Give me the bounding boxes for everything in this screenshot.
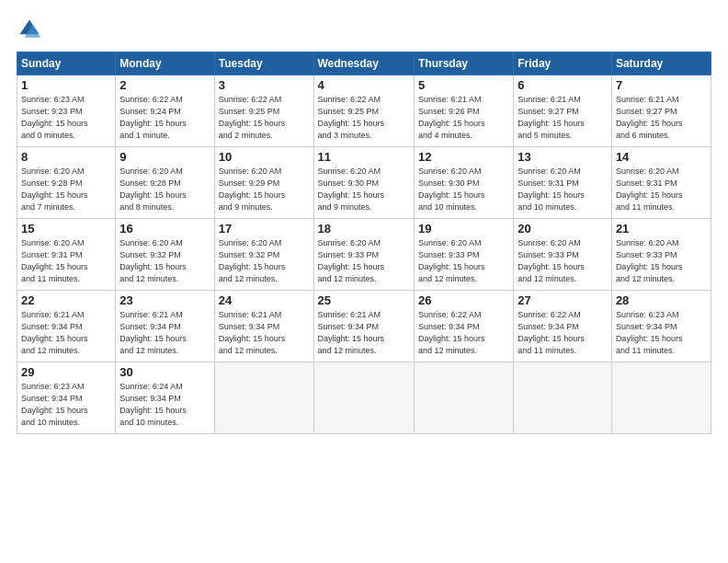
col-header-wednesday: Wednesday	[313, 52, 414, 75]
col-header-friday: Friday	[514, 52, 612, 75]
day-number: 21	[616, 222, 707, 236]
daylight-label: Daylight: 15 hours	[418, 190, 485, 200]
day-number: 12	[418, 150, 509, 164]
daylight-minutes: and 1 minute.	[119, 131, 170, 140]
daylight-minutes: and 9 minutes.	[318, 202, 372, 212]
col-header-saturday: Saturday	[611, 52, 711, 75]
sunrise-label: Sunrise: 6:22 AM	[219, 95, 282, 104]
sunset-label: Sunset: 9:34 PM	[21, 322, 83, 331]
day-number: 2	[119, 78, 210, 92]
day-number: 10	[219, 150, 310, 164]
day-number: 17	[219, 222, 310, 236]
daylight-minutes: and 12 minutes.	[219, 346, 278, 355]
day-info: Sunrise: 6:20 AM Sunset: 9:30 PM Dayligh…	[418, 166, 509, 213]
sunrise-label: Sunrise: 6:20 AM	[219, 238, 282, 247]
day-info: Sunrise: 6:21 AM Sunset: 9:34 PM Dayligh…	[119, 309, 210, 357]
day-cell: 11 Sunrise: 6:20 AM Sunset: 9:30 PM Dayl…	[313, 147, 414, 219]
day-info: Sunrise: 6:20 AM Sunset: 9:28 PM Dayligh…	[21, 166, 111, 213]
logo-icon	[17, 17, 42, 42]
daylight-label: Daylight: 15 hours	[119, 190, 187, 200]
day-info: Sunrise: 6:21 AM Sunset: 9:34 PM Dayligh…	[21, 309, 111, 357]
day-cell: 24 Sunrise: 6:21 AM Sunset: 9:34 PM Dayl…	[214, 291, 313, 362]
day-number: 20	[518, 222, 608, 236]
day-cell: 4 Sunrise: 6:22 AM Sunset: 9:25 PM Dayli…	[313, 75, 414, 147]
sunset-label: Sunset: 9:33 PM	[616, 250, 677, 259]
sunset-label: Sunset: 9:31 PM	[518, 178, 579, 188]
daylight-label: Daylight: 15 hours	[219, 190, 286, 200]
day-cell	[611, 362, 711, 434]
day-cell: 20 Sunrise: 6:20 AM Sunset: 9:33 PM Dayl…	[514, 219, 612, 291]
day-cell: 26 Sunrise: 6:22 AM Sunset: 9:34 PM Dayl…	[414, 291, 513, 362]
day-cell: 14 Sunrise: 6:20 AM Sunset: 9:31 PM Dayl…	[611, 147, 711, 219]
sunrise-label: Sunrise: 6:22 AM	[318, 95, 381, 104]
daylight-minutes: and 11 minutes.	[616, 346, 675, 355]
day-number: 27	[518, 293, 608, 307]
day-cell: 2 Sunrise: 6:22 AM Sunset: 9:24 PM Dayli…	[116, 75, 214, 147]
sunrise-label: Sunrise: 6:20 AM	[518, 167, 581, 176]
day-cell: 25 Sunrise: 6:21 AM Sunset: 9:34 PM Dayl…	[313, 291, 414, 362]
day-number: 23	[119, 293, 210, 307]
day-cell	[214, 362, 313, 434]
sunrise-label: Sunrise: 6:21 AM	[21, 310, 85, 319]
week-row-4: 22 Sunrise: 6:21 AM Sunset: 9:34 PM Dayl…	[17, 291, 711, 362]
daylight-minutes: and 10 minutes.	[418, 202, 477, 212]
sunrise-label: Sunrise: 6:23 AM	[21, 382, 85, 391]
daylight-minutes: and 12 minutes.	[616, 274, 675, 283]
daylight-label: Daylight: 15 hours	[21, 334, 88, 343]
day-number: 6	[518, 78, 608, 92]
calendar-table: SundayMondayTuesdayWednesdayThursdayFrid…	[17, 52, 711, 434]
day-number: 5	[418, 78, 509, 92]
daylight-label: Daylight: 15 hours	[21, 190, 88, 200]
daylight-minutes: and 11 minutes.	[616, 202, 675, 212]
daylight-label: Daylight: 15 hours	[219, 262, 286, 271]
day-number: 14	[616, 150, 707, 164]
day-number: 22	[21, 293, 111, 307]
daylight-minutes: and 12 minutes.	[418, 274, 477, 283]
day-info: Sunrise: 6:20 AM Sunset: 9:33 PM Dayligh…	[518, 237, 608, 285]
sunset-label: Sunset: 9:34 PM	[318, 322, 380, 331]
sunset-label: Sunset: 9:32 PM	[119, 250, 181, 259]
sunrise-label: Sunrise: 6:20 AM	[21, 167, 85, 176]
daylight-minutes: and 8 minutes.	[119, 202, 174, 212]
day-info: Sunrise: 6:20 AM Sunset: 9:33 PM Dayligh…	[616, 237, 707, 285]
day-info: Sunrise: 6:23 AM Sunset: 9:23 PM Dayligh…	[21, 94, 111, 142]
day-cell: 13 Sunrise: 6:20 AM Sunset: 9:31 PM Dayl…	[514, 147, 612, 219]
day-cell: 6 Sunrise: 6:21 AM Sunset: 9:27 PM Dayli…	[514, 75, 612, 147]
col-header-tuesday: Tuesday	[214, 52, 313, 75]
header	[17, 17, 711, 42]
sunset-label: Sunset: 9:27 PM	[518, 107, 579, 116]
header-row: SundayMondayTuesdayWednesdayThursdayFrid…	[17, 52, 711, 75]
day-number: 8	[21, 150, 111, 164]
day-cell: 16 Sunrise: 6:20 AM Sunset: 9:32 PM Dayl…	[116, 219, 214, 291]
daylight-label: Daylight: 15 hours	[616, 334, 683, 343]
daylight-minutes: and 11 minutes.	[21, 274, 80, 283]
daylight-label: Daylight: 15 hours	[21, 119, 88, 128]
daylight-minutes: and 6 minutes.	[616, 131, 670, 140]
sunset-label: Sunset: 9:34 PM	[418, 322, 480, 331]
sunrise-label: Sunrise: 6:23 AM	[21, 95, 85, 104]
col-header-sunday: Sunday	[17, 52, 116, 75]
sunset-label: Sunset: 9:33 PM	[418, 250, 480, 259]
sunset-label: Sunset: 9:28 PM	[119, 178, 181, 188]
daylight-label: Daylight: 15 hours	[219, 334, 286, 343]
daylight-minutes: and 12 minutes.	[119, 346, 178, 355]
daylight-label: Daylight: 15 hours	[21, 406, 88, 415]
sunset-label: Sunset: 9:30 PM	[318, 178, 380, 188]
daylight-minutes: and 4 minutes.	[418, 131, 472, 140]
sunrise-label: Sunrise: 6:20 AM	[418, 238, 482, 247]
day-cell: 30 Sunrise: 6:24 AM Sunset: 9:34 PM Dayl…	[116, 362, 214, 434]
day-number: 28	[616, 293, 707, 307]
day-info: Sunrise: 6:23 AM Sunset: 9:34 PM Dayligh…	[616, 309, 707, 357]
day-info: Sunrise: 6:22 AM Sunset: 9:34 PM Dayligh…	[418, 309, 509, 357]
day-info: Sunrise: 6:20 AM Sunset: 9:29 PM Dayligh…	[219, 166, 310, 213]
sunset-label: Sunset: 9:31 PM	[21, 250, 83, 259]
sunrise-label: Sunrise: 6:20 AM	[318, 167, 381, 176]
daylight-label: Daylight: 15 hours	[418, 334, 485, 343]
daylight-label: Daylight: 15 hours	[219, 119, 286, 128]
daylight-label: Daylight: 15 hours	[418, 262, 485, 271]
day-cell: 10 Sunrise: 6:20 AM Sunset: 9:29 PM Dayl…	[214, 147, 313, 219]
day-cell: 17 Sunrise: 6:20 AM Sunset: 9:32 PM Dayl…	[214, 219, 313, 291]
daylight-label: Daylight: 15 hours	[518, 262, 585, 271]
day-cell: 28 Sunrise: 6:23 AM Sunset: 9:34 PM Dayl…	[611, 291, 711, 362]
day-cell: 15 Sunrise: 6:20 AM Sunset: 9:31 PM Dayl…	[17, 219, 116, 291]
